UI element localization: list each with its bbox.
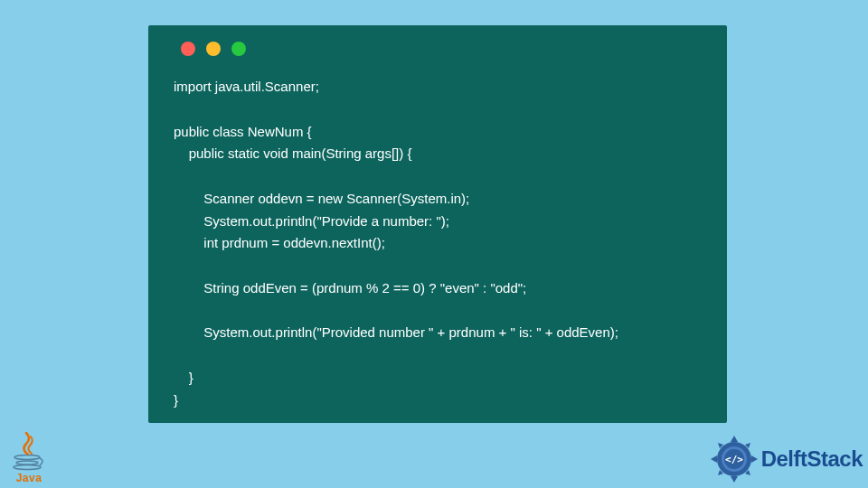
delftstack-gear-icon: </> bbox=[709, 434, 760, 484]
svg-marker-6 bbox=[751, 455, 758, 463]
svg-marker-4 bbox=[731, 476, 738, 483]
java-steam-icon bbox=[21, 431, 37, 456]
java-cup-icon bbox=[13, 455, 45, 471]
delftstack-logo-text: DelftStack bbox=[761, 446, 863, 472]
svg-point-1 bbox=[16, 461, 38, 465]
delftstack-logo: </> DelftStack bbox=[709, 434, 863, 484]
close-icon bbox=[181, 42, 195, 56]
svg-text:</>: </> bbox=[725, 454, 743, 465]
java-logo: Java bbox=[4, 421, 54, 484]
svg-point-2 bbox=[14, 465, 41, 470]
code-block: import java.util.Scanner; public class N… bbox=[174, 76, 702, 411]
svg-point-0 bbox=[14, 455, 40, 460]
minimize-icon bbox=[206, 42, 221, 56]
maximize-icon bbox=[231, 42, 246, 56]
window-controls bbox=[181, 42, 702, 56]
svg-marker-5 bbox=[711, 455, 717, 463]
code-window: import java.util.Scanner; public class N… bbox=[148, 25, 727, 423]
svg-marker-3 bbox=[731, 436, 738, 442]
java-logo-text: Java bbox=[16, 472, 42, 484]
